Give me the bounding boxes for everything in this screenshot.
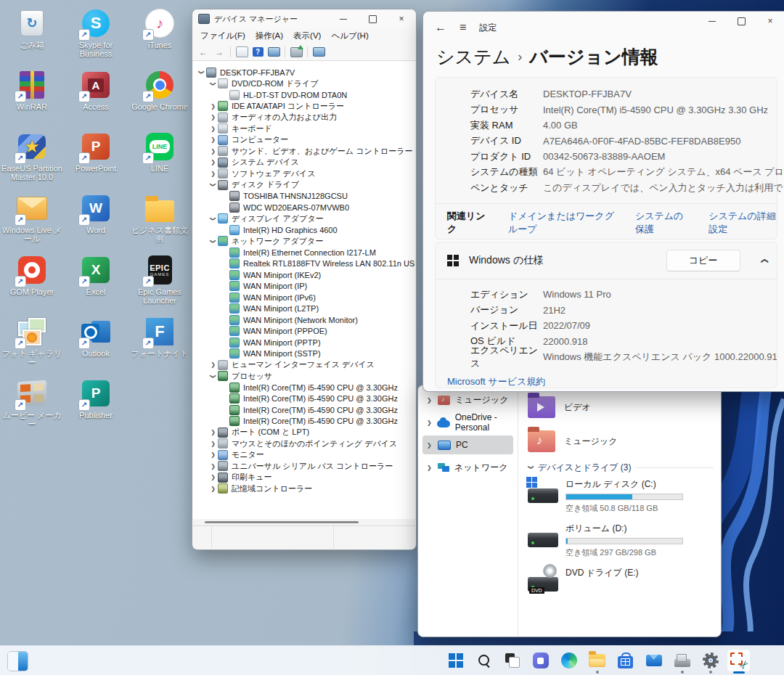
tree-item[interactable]: ❯プロセッサ [193, 371, 415, 382]
tree-item[interactable]: HL-DT-ST DVD-ROM DTA0N [193, 89, 415, 101]
expand-chevron-icon[interactable]: ❯ [427, 442, 433, 449]
taskbar-settings-button[interactable] [696, 646, 724, 675]
devices-and-drives-section[interactable]: ❯ デバイスとドライブ (3) [528, 462, 721, 474]
menu-item-2[interactable]: 表示(V) [288, 29, 326, 43]
expand-chevron-icon[interactable]: ❯ [209, 441, 217, 447]
collapse-chevron-icon[interactable]: ❯ [210, 237, 216, 245]
desktop-icon-line[interactable]: LINE↗LINE [128, 128, 192, 189]
close-button[interactable]: × [387, 9, 416, 28]
tree-item[interactable]: WAN Miniport (SSTP) [193, 348, 415, 360]
expand-chevron-icon[interactable]: ❯ [209, 103, 217, 110]
tree-item[interactable]: ❯ソフトウェア デバイス [193, 168, 415, 180]
taskbar-device-manager-button[interactable] [668, 646, 696, 675]
tree-item[interactable]: ❯ポート (COM と LPT) [193, 427, 415, 438]
sidebar-item-3[interactable]: ❯ネットワーク [422, 458, 513, 477]
tree-item[interactable]: Realtek RTL8188FTV Wireless LAN 802.11n … [193, 258, 415, 270]
desktop-icon-access[interactable]: A↗Access [64, 66, 128, 128]
back-icon[interactable]: ← [435, 21, 446, 34]
menu-item-3[interactable]: ヘルプ(H) [326, 29, 373, 43]
expand-chevron-icon[interactable]: ❯ [209, 451, 217, 458]
tree-item[interactable]: Intel(R) Core(TM) i5-4590 CPU @ 3.30GHz [193, 382, 415, 393]
taskbar-mail-button[interactable] [640, 646, 668, 675]
desktop-icon-recycle-bin[interactable]: ↻ごみ箱 [0, 4, 64, 66]
tree-item[interactable]: Intel(R) Core(TM) i5-4590 CPU @ 3.30GHz [193, 393, 415, 405]
collapse-chevron-icon[interactable]: ❯ [210, 372, 216, 380]
tree-item[interactable]: ❯モニター [193, 449, 415, 461]
list-view-icon[interactable] [236, 46, 248, 57]
drive-item-2[interactable]: DVDDVD ドライブ (E:) [528, 567, 721, 592]
tree-item[interactable]: ❯オーディオの入力および出力 [193, 112, 415, 123]
device-manager-titlebar[interactable]: デバイス マネージャー × [192, 9, 416, 28]
taskbar-store-button[interactable] [611, 646, 640, 675]
desktop-icon-outlook[interactable]: ↗Outlook [64, 313, 128, 375]
taskbar-start-button[interactable] [441, 646, 470, 675]
tree-item[interactable]: ❯IDE ATA/ATAPI コントローラー [193, 101, 415, 112]
tree-item[interactable]: ❯記憶域コントローラー [193, 483, 415, 495]
monitor-icon[interactable] [313, 47, 325, 57]
desktop-icon-chrome[interactable]: ↗Google Chrome [128, 66, 192, 128]
minimize-button[interactable] [698, 12, 727, 30]
desktop-icon-winrar[interactable]: ↗WinRAR [0, 66, 64, 128]
tree-item[interactable]: ❯印刷キュー [193, 472, 415, 483]
sidebar-item-0[interactable]: ❯♪ミュージック [422, 390, 513, 409]
tree-item[interactable]: WAN Miniport (PPTP) [193, 337, 415, 348]
desktop-icon-excel[interactable]: X↗Excel [64, 251, 128, 313]
expand-chevron-icon[interactable]: ❯ [209, 463, 217, 470]
desktop-icon-epic[interactable]: EPICGAMES↗Epic Games Launcher [128, 251, 192, 313]
expand-chevron-icon[interactable]: ❯ [209, 159, 217, 165]
tree-item[interactable]: WAN Miniport (IPv6) [193, 292, 415, 303]
taskbar-chat-button[interactable] [526, 646, 555, 675]
expand-chevron-icon[interactable]: ❯ [209, 148, 217, 155]
help-icon[interactable]: ? [253, 47, 264, 57]
tree-item[interactable]: ❯マウスとそのほかのポインティング デバイス [193, 438, 415, 450]
forward-icon[interactable]: → [213, 46, 226, 58]
tree-item[interactable]: ❯ディスク ドライブ [193, 179, 415, 191]
desktop-icon-skype[interactable]: S↗Skype for Business [64, 4, 128, 66]
tree-item[interactable]: WAN Miniport (PPPOE) [193, 326, 415, 338]
expand-chevron-icon[interactable]: ❯ [209, 136, 217, 143]
minimize-button[interactable] [329, 9, 358, 28]
tree-item[interactable]: ❯システム デバイス [193, 157, 415, 168]
collapse-chevron-icon[interactable]: ❯ [198, 68, 205, 76]
taskbar-task-view-button[interactable] [498, 646, 526, 675]
tree-item[interactable]: WAN Miniport (IKEv2) [193, 269, 415, 281]
expand-chevron-icon[interactable]: ❯ [427, 397, 433, 404]
tree-item[interactable]: ❯サウンド、ビデオ、およびゲーム コントローラー [193, 146, 415, 158]
expand-chevron-icon[interactable]: ❯ [209, 429, 217, 435]
widgets-button[interactable] [7, 651, 28, 671]
tree-item[interactable]: WDC WD20EARS-07MVWB0 [193, 202, 415, 213]
desktop-icon-powerpoint[interactable]: P↗PowerPoint [64, 128, 128, 189]
desktop-icon-fortnite[interactable]: F↗フォートナイト [128, 313, 192, 375]
expand-chevron-icon[interactable]: ❯ [209, 474, 217, 480]
desktop-icon-easeus[interactable]: ★↗EaseUS Partition Master 10.0 [0, 128, 64, 189]
desktop-icon-movie-maker[interactable]: ↗ムービー メーカー [0, 375, 64, 436]
maximize-button[interactable] [358, 9, 387, 28]
related-link-1[interactable]: システムの保護 [635, 210, 688, 236]
expand-chevron-icon[interactable]: ❯ [427, 465, 433, 471]
tree-item[interactable]: ❯コンピューター [193, 134, 415, 146]
tree-item[interactable]: ❯ユニバーサル シリアル バス コントローラー [193, 461, 415, 472]
taskbar-search-button[interactable] [470, 646, 498, 675]
expand-chevron-icon[interactable]: ❯ [209, 126, 217, 132]
expand-chevron-icon[interactable]: ❯ [427, 420, 432, 426]
desktop-icon-gom[interactable]: ↗GOM Player [0, 251, 64, 313]
collapse-chevron-icon[interactable]: ❯ [210, 181, 216, 189]
related-link-0[interactable]: ドメインまたはワークグループ [508, 210, 615, 236]
expand-chevron-icon[interactable]: ❯ [209, 361, 217, 368]
taskbar-edge-button[interactable] [555, 646, 583, 675]
tree-item[interactable]: ❯キーボード [193, 123, 415, 135]
taskbar-snipping-tool-button[interactable]: ✂ [724, 646, 753, 675]
tree-item[interactable]: TOSHIBA THNSNJ128GCSU [193, 191, 415, 202]
chevron-up-icon[interactable]: ❯ [759, 258, 767, 263]
hamburger-menu-icon[interactable]: ≡ [460, 21, 466, 34]
desktop-icon-word[interactable]: W↗Word [64, 189, 128, 251]
tree-item[interactable]: WAN Miniport (L2TP) [193, 303, 415, 315]
tree-item[interactable]: ❯ヒューマン インターフェイス デバイス [193, 359, 415, 371]
collapse-chevron-icon[interactable]: ❯ [210, 215, 216, 223]
breadcrumb-root[interactable]: システム [436, 45, 510, 69]
drive-item-1[interactable]: ボリューム (D:)空き領域 297 GB/298 GB [528, 523, 721, 558]
desktop-icon-folder[interactable]: ビジネス書類文例 [128, 189, 192, 251]
windows-spec-link-0[interactable]: Microsoft サービス規約 [447, 375, 777, 388]
menu-item-0[interactable]: ファイル(F) [195, 29, 250, 43]
tree-item[interactable]: ❯DVD/CD-ROM ドライブ [193, 78, 415, 90]
